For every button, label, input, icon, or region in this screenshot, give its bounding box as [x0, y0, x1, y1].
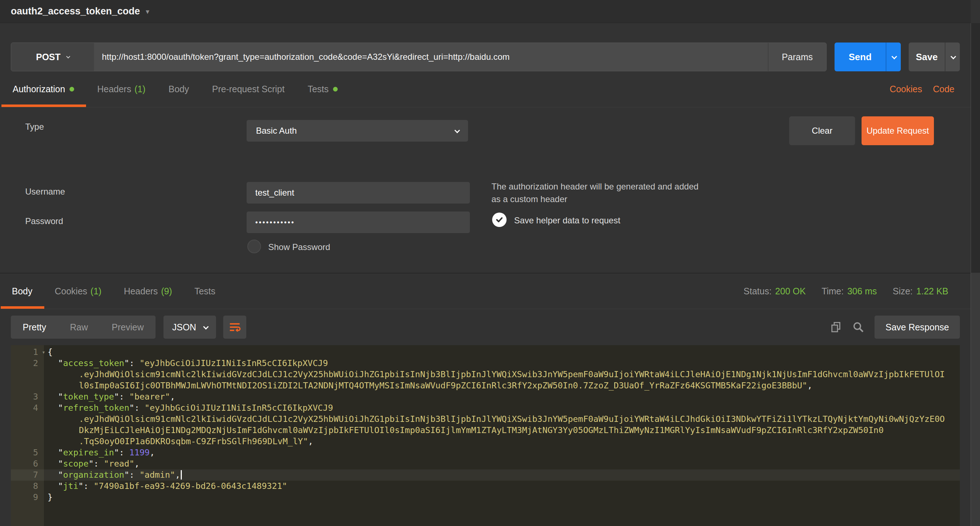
- search-button[interactable]: [852, 321, 864, 333]
- chevron-down-icon: [891, 54, 897, 59]
- main-pane: oauth2_access_token_code ▾ POST http://h…: [0, 0, 970, 526]
- copy-button[interactable]: [830, 321, 842, 333]
- response-tab-cookies[interactable]: Cookies (1): [55, 273, 102, 309]
- code-text: }: [44, 492, 52, 503]
- code-text: l0sImp0aSI6Ijc0OTBhMWJmLWVhOTMtNDI2OS1iZ…: [44, 380, 812, 391]
- code-line: .TqS0oyO0IP1a6DKROsqbm-C9ZFrbSGlFh969DLv…: [11, 436, 960, 447]
- save-options-button[interactable]: [945, 43, 960, 71]
- line-number: 5: [11, 447, 44, 458]
- params-button[interactable]: Params: [768, 43, 826, 71]
- url-row: POST http://host1:8000/oauth/token?grant…: [11, 43, 960, 71]
- code-line: .eyJhdWQiOlsicm91cmNlc2lkIiwidGVzdCJdLCJ…: [11, 369, 960, 380]
- chevron-down-icon: [66, 54, 70, 58]
- password-field[interactable]: •••••••••••: [247, 212, 470, 233]
- caret-down-icon[interactable]: ▾: [146, 7, 150, 16]
- line-number: 7: [11, 469, 44, 481]
- response-toolbar: Pretty Raw Preview JSON: [0, 309, 970, 345]
- request-tab-title[interactable]: oauth2_access_token_code: [11, 6, 140, 17]
- code-line: 7"organization": "admin",: [11, 469, 960, 481]
- method-label: POST: [36, 52, 60, 62]
- line-number: 8: [11, 481, 44, 492]
- line-number: [11, 425, 44, 436]
- postman-app: oauth2_access_token_code ▾ POST http://h…: [0, 0, 980, 526]
- code-text: .eyJhdWQiOlsicm91cmNlc2lkIiwidGVzdCJdLCJ…: [44, 414, 945, 425]
- format-select[interactable]: JSON: [164, 316, 216, 339]
- username-field[interactable]: test_client: [247, 182, 470, 204]
- code-text: DkzMjEiLCJleHAiOjE1NDg2MDQzNjUsImF1dGhvc…: [44, 425, 883, 436]
- url-input[interactable]: http://host1:8000/oauth/token?grant_type…: [94, 43, 768, 71]
- line-number: 2: [11, 358, 44, 369]
- line-number: [11, 369, 44, 380]
- code-line: 6"scope": "read",: [11, 458, 960, 469]
- code-line: DkzMjEiLCJleHAiOjE1NDg2MDQzNjUsImF1dGhvc…: [11, 425, 960, 436]
- code-line: l0sImp0aSI6Ijc0OTBhMWJmLWVhOTMtNDI2OS1iZ…: [11, 380, 960, 391]
- time-item: Time:306 ms: [822, 286, 877, 296]
- request-tab-bar: oauth2_access_token_code ▾: [0, 0, 970, 23]
- tab-headers[interactable]: Headers (1): [97, 71, 145, 107]
- response-tab-body[interactable]: Body: [12, 273, 32, 309]
- code-text: .eyJhdWQiOlsicm91cmNlc2lkIiwidGVzdCJdLCJ…: [44, 369, 945, 380]
- fold-caret-icon[interactable]: ▾: [42, 347, 45, 358]
- code-text: "jti": "7490a1bf-ea93-4269-bd26-0643c148…: [44, 481, 287, 492]
- text-cursor: [181, 470, 182, 480]
- type-label: Type: [25, 122, 44, 132]
- tab-label: Tests: [194, 286, 215, 296]
- code-link[interactable]: Code: [933, 84, 955, 94]
- tab-body[interactable]: Body: [169, 71, 189, 107]
- tab-label: Body: [12, 286, 32, 296]
- code-lines: 1▾{2"access_token": "eyJhbGciOiJIUzI1NiI…: [11, 345, 960, 503]
- tab-label: Pre-request Script: [212, 84, 285, 94]
- method-dropdown[interactable]: POST: [11, 43, 94, 71]
- save-button[interactable]: Save: [909, 43, 945, 71]
- password-label: Password: [25, 216, 63, 226]
- save-helper-checkbox[interactable]: [492, 212, 507, 227]
- status-label: Status:: [743, 286, 772, 296]
- tab-pre-request-script[interactable]: Pre-request Script: [212, 71, 285, 107]
- line-number: 3: [11, 391, 44, 402]
- send-options-button[interactable]: [886, 43, 901, 71]
- clear-button[interactable]: Clear: [789, 116, 855, 145]
- size-item: Size:1.22 KB: [892, 286, 948, 296]
- cookies-link[interactable]: Cookies: [889, 84, 922, 94]
- response-status-group: Status:200 OK Time:306 ms Size:1.22 KB: [743, 286, 970, 296]
- tab-label: Tests: [307, 84, 328, 94]
- tab-label: Headers: [124, 286, 158, 296]
- username-label: Username: [25, 186, 65, 197]
- tab-count: (1): [91, 286, 102, 296]
- response-scrollbar-track[interactable]: [970, 273, 980, 526]
- view-mode-raw[interactable]: Raw: [58, 316, 100, 339]
- tab-authorization[interactable]: Authorization: [13, 71, 74, 107]
- view-mode-pretty[interactable]: Pretty: [11, 316, 58, 339]
- tab-tests[interactable]: Tests: [307, 71, 337, 107]
- green-dot-icon: [333, 87, 338, 91]
- code-text: "refresh_token": "eyJhbGciOiJIUzI1NiIsIn…: [44, 402, 333, 414]
- code-line: 2"access_token": "eyJhbGciOiJIUzI1NiIsIn…: [11, 358, 960, 369]
- view-mode-preview[interactable]: Preview: [100, 316, 156, 339]
- right-edge-panel: [970, 23, 980, 273]
- code-line: 9}: [11, 492, 960, 503]
- toolbar-right: Save Response: [830, 316, 960, 339]
- tab-label: Authorization: [13, 84, 65, 94]
- tab-label: Body: [169, 84, 189, 94]
- response-tab-headers[interactable]: Headers (9): [124, 273, 172, 309]
- code-text: "expires_in": 1199,: [44, 447, 155, 458]
- authorization-panel: Type Basic Auth Clear Update Request Use…: [0, 107, 970, 273]
- copy-icon: [830, 321, 842, 333]
- wrap-text-button[interactable]: [223, 316, 246, 339]
- time-value: 306 ms: [847, 286, 877, 296]
- line-number: [11, 414, 44, 425]
- save-response-button[interactable]: Save Response: [875, 316, 960, 339]
- auth-type-select[interactable]: Basic Auth: [247, 120, 468, 142]
- update-request-button[interactable]: Update Request: [862, 116, 934, 145]
- show-password-radio[interactable]: [247, 239, 261, 253]
- response-section: Body Cookies (1) Headers (9) Tests Statu…: [0, 273, 970, 526]
- chevron-down-icon: [950, 54, 956, 59]
- response-tab-tests[interactable]: Tests: [194, 273, 215, 309]
- tab-count: (9): [161, 286, 172, 296]
- response-body-editor[interactable]: 1▾{2"access_token": "eyJhbGciOiJIUzI1NiI…: [11, 345, 960, 526]
- check-icon: [495, 215, 504, 224]
- send-button[interactable]: Send: [835, 43, 886, 71]
- line-number: 1▾: [11, 347, 44, 358]
- tab-label: Headers: [97, 84, 131, 94]
- send-button-group: Send: [835, 43, 901, 71]
